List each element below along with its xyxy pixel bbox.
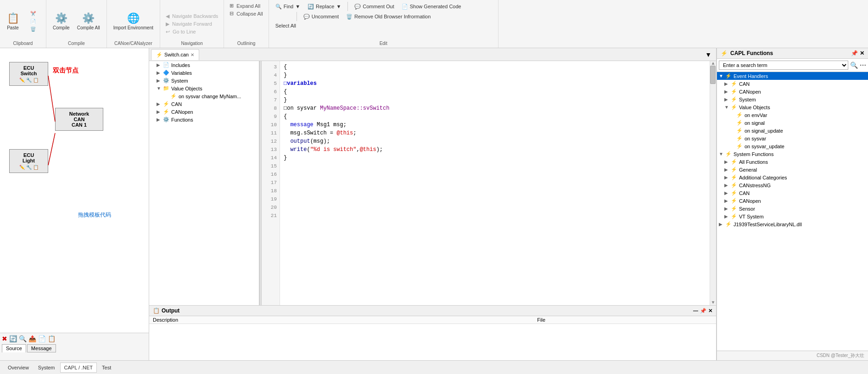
close-tab-button[interactable]: ✕ <box>190 52 194 57</box>
compile-button[interactable]: ⚙️ Compile <box>50 11 73 31</box>
output-pin-button[interactable]: 📌 <box>700 308 706 314</box>
import-env-button[interactable]: 🌐 Import Environment <box>111 11 156 31</box>
capl-item-label: CANstressNG <box>739 183 771 188</box>
capl-tree-item[interactable]: ▼ ⚡ Event Handlers <box>717 72 868 80</box>
capl-item-icon: ⚡ <box>731 190 737 196</box>
capl-item-icon: ⚡ <box>725 221 732 227</box>
capl-search-button[interactable]: 🔍 <box>850 61 858 69</box>
svg-line-0 <box>48 76 55 122</box>
expand-all-button[interactable]: ⊞ Expand All <box>228 2 264 10</box>
code-content[interactable]: {}□variables{}□on sysvar MyNameSpace::sv… <box>280 61 710 305</box>
bottom-icon-share[interactable]: 📤 <box>28 335 36 342</box>
paste-button[interactable]: 📋 Paste <box>4 11 22 31</box>
capl-tree-item[interactable]: ▶ ⚡ CAN <box>717 189 868 197</box>
paste-icon: 📋 <box>7 12 19 24</box>
bottom-icon-copy[interactable]: 📋 <box>48 335 56 342</box>
select-all-button[interactable]: Select All <box>273 22 299 29</box>
bottom-icon-refresh[interactable]: 🔄 <box>9 335 17 342</box>
ecu-switch-box[interactable]: ECUSwitch ✏️ 🔧 📋 <box>9 62 48 86</box>
status-tab-overview[interactable]: Overview <box>4 363 33 373</box>
tree-item[interactable]: ▶ ⚙️ Functions <box>149 116 259 123</box>
remove-old-button[interactable]: 🗑️ Remove Old Browser Infrormation <box>343 13 433 21</box>
uncomment-button[interactable]: 💬 Uncomment <box>301 13 342 21</box>
capl-tree-item[interactable]: ⚡ on signal <box>717 119 868 127</box>
capl-item-icon: ⚡ <box>731 89 737 95</box>
bottom-icon-x[interactable]: ✖ <box>2 335 7 342</box>
find-button[interactable]: 🔍 Find ▼ <box>273 3 303 11</box>
capl-tree-item[interactable]: ▶ ⚡ All Functions <box>717 158 868 166</box>
output-header: 📋 Output — 📌 ✕ <box>149 306 716 316</box>
scroll-up-button[interactable]: ▲ <box>710 61 716 66</box>
capl-tree-item[interactable]: ⚡ on sysvar <box>717 134 868 142</box>
tree-item[interactable]: ▶ 🔷 Variables <box>149 69 259 77</box>
capl-item-icon: ⚡ <box>731 167 737 173</box>
tree-item[interactable]: ▶ ⚙️ System <box>149 77 259 84</box>
capl-item-icon: ⚡ <box>731 198 737 204</box>
capl-close-button[interactable]: ✕ <box>860 50 864 56</box>
goto-line-button[interactable]: ↩ Go to Line <box>164 28 220 36</box>
output-minimize-button[interactable]: — <box>693 308 698 314</box>
switch-can-tab[interactable]: ⚡ Switch.can ✕ <box>151 49 199 60</box>
compile-all-button[interactable]: ⚙️ Compile All <box>74 11 103 31</box>
capl-tree-item[interactable]: ⚡ on sysvar_update <box>717 142 868 150</box>
scroll-thumb[interactable] <box>710 66 716 84</box>
bottom-toolbar-icons: ✖ 🔄 🔍 📤 📄 📋 <box>2 335 147 342</box>
capl-tab-icon: ⚡ <box>156 52 162 58</box>
bottom-icon-search[interactable]: 🔍 <box>19 335 27 342</box>
tab-dropdown-button[interactable]: ▼ <box>702 50 714 59</box>
capl-tree-item[interactable]: ⚡ on signal_update <box>717 127 868 134</box>
status-tab-capl----net[interactable]: CAPL / .NET <box>60 363 97 373</box>
capl-tree-item[interactable]: ▼ ⚡ System Functions <box>717 150 868 158</box>
capl-tree-item[interactable]: ▶ ⚡ CANopen <box>717 197 868 205</box>
capl-tree-item[interactable]: ⚡ on envVar <box>717 111 868 119</box>
capl-tree[interactable]: ▼ ⚡ Event Handlers ▶ ⚡ CAN ▶ ⚡ CANopen ▶… <box>717 72 868 351</box>
capl-tree-item[interactable]: ▶ ⚡ System <box>717 95 868 103</box>
tree-item[interactable]: ▶ 📄 Includes <box>149 61 259 69</box>
scroll-down-button[interactable]: ▼ <box>710 300 716 305</box>
capl-item-expand: ▶ <box>724 214 729 219</box>
capl-search-icon2[interactable]: ⋯ <box>860 61 866 69</box>
editor-scrollbar[interactable]: ▲ ▼ <box>710 61 716 305</box>
capl-tree-item[interactable]: ▶ ⚡ General <box>717 166 868 173</box>
replace-button[interactable]: 🔄 Replace ▼ <box>305 3 344 11</box>
navigate-forward-button[interactable]: ▶ Navigate Forward <box>164 20 220 28</box>
output-close-button[interactable]: ✕ <box>708 308 712 314</box>
delete-button[interactable]: 🗑️ <box>24 26 42 33</box>
capl-tree-item[interactable]: ▶ ⚡ CANstressNG <box>717 181 868 189</box>
capl-tree-item[interactable]: ▶ ⚡ CANopen <box>717 88 868 95</box>
cut-button[interactable]: ✂️ <box>24 10 42 17</box>
tree-item[interactable]: ▶ ⚡ CANopen <box>149 108 259 116</box>
capl-item-icon: ⚡ <box>736 128 743 134</box>
status-tab-system[interactable]: System <box>34 363 59 373</box>
tree-item[interactable]: ▼ 📁 Value Objects <box>149 84 259 92</box>
tree-item[interactable]: ▶ ⚡ CAN <box>149 100 259 108</box>
code-line: write("%d is switch",@this); <box>284 145 706 154</box>
status-tab-test[interactable]: Test <box>98 363 115 373</box>
capl-tree-item[interactable]: ▶ ⚡ J1939TestServiceLibraryNL.dll <box>717 220 868 228</box>
capl-tree-item[interactable]: ▶ ⚡ VT System <box>717 212 868 220</box>
capl-item-label: on sysvar_update <box>745 144 784 149</box>
capl-tree-item[interactable]: ▶ ⚡ Additional Categories <box>717 173 868 181</box>
capl-item-icon: ⚡ <box>736 135 743 141</box>
ecu-light-box[interactable]: ECULight ✏️ 🔧 📋 <box>9 149 48 173</box>
code-editor[interactable]: 3456789101112131415161718192021 {}□varia… <box>262 61 716 305</box>
capl-tree-item[interactable]: ▶ ⚡ CAN <box>717 80 868 88</box>
capl-search-input[interactable]: Enter a search term <box>719 61 848 70</box>
network-can-box[interactable]: NetworkCANCAN 1 <box>55 108 103 131</box>
expand-all-label: Expand All <box>236 3 260 9</box>
show-generated-button[interactable]: 📄 Show Generated Code <box>399 3 464 11</box>
bottom-icon-doc[interactable]: 📄 <box>38 335 46 342</box>
capl-tree-item[interactable]: ▶ ⚡ Sensor <box>717 205 868 212</box>
capl-tree-item[interactable]: ▼ ⚡ Value Objects <box>717 103 868 111</box>
message-tab[interactable]: Message <box>27 344 56 352</box>
capl-item-expand: ▶ <box>724 159 729 164</box>
capl-pin-button[interactable]: 📌 <box>851 50 858 56</box>
tree-item[interactable]: ⚡ on sysvar change MyNam... <box>149 92 259 100</box>
collapse-all-button[interactable]: ⊟ Collapse All <box>228 10 264 17</box>
source-tab[interactable]: Source <box>2 344 26 352</box>
comment-out-button[interactable]: 💬 Comment Out <box>352 3 397 11</box>
navigate-backwards-button[interactable]: ◀ Navigate Backwards <box>164 12 220 20</box>
uncomment-label: Uncomment <box>312 14 339 19</box>
line-number: 13 <box>262 145 280 154</box>
copy-button[interactable]: 📄 <box>24 18 42 25</box>
